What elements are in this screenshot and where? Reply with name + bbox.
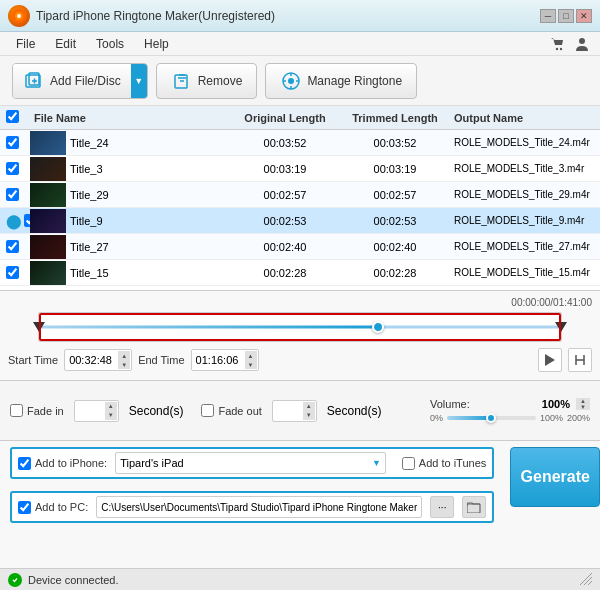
volume-slider[interactable] [447, 416, 536, 420]
manage-ringtone-label: Manage Ringtone [307, 74, 402, 88]
row-check-4[interactable]: ⬤ [0, 213, 30, 229]
end-time-field[interactable] [196, 354, 251, 366]
volume-down[interactable]: ▼ [576, 404, 590, 410]
timeline-time-display: 00:00:00/01:41:00 [8, 297, 592, 308]
iphone-device-dropdown[interactable]: Tipard's iPad ▼ [115, 452, 386, 474]
path-dots-button[interactable]: ··· [430, 496, 454, 518]
bottom-area: Add to iPhone: Tipard's iPad ▼ Add to iT… [0, 441, 600, 568]
table-row[interactable]: ⬤ Title_9 00:02:53 00:02:53 ROLE_MODELS_… [0, 208, 600, 234]
table-row[interactable]: Title_29 00:02:57 00:02:57 ROLE_MODELS_T… [0, 182, 600, 208]
fade-in-up[interactable]: ▲ [105, 402, 117, 411]
start-time-down[interactable]: ▼ [118, 360, 130, 369]
generate-button[interactable]: Generate [510, 447, 600, 507]
pc-path-display: C:\Users\User\Documents\Tipard Studio\Ti… [96, 496, 422, 518]
add-to-iphone-label[interactable]: Add to iPhone: [18, 457, 107, 470]
user-icon[interactable] [572, 34, 592, 54]
end-time-input[interactable]: ▲ ▼ [191, 349, 259, 371]
add-file-wrapper: Add File/Disc ▼ [12, 63, 148, 99]
row-check-2[interactable] [0, 162, 30, 175]
start-time-field[interactable] [69, 354, 124, 366]
add-to-itunes-label[interactable]: Add to iTunes [402, 457, 486, 470]
thumb-3 [30, 183, 66, 207]
slider-handle-left[interactable] [33, 322, 45, 332]
header-check[interactable] [0, 110, 30, 125]
fade-out-input[interactable]: ▲ ▼ [272, 400, 317, 422]
maximize-button[interactable]: □ [558, 9, 574, 23]
fade-out-unit: Second(s) [327, 404, 382, 418]
fade-out-checkbox-label[interactable]: Fade out [201, 404, 261, 417]
manage-ringtone-icon [280, 70, 302, 92]
remove-icon [171, 70, 193, 92]
fade-in-down[interactable]: ▼ [105, 411, 117, 420]
header-output: Output Name [450, 112, 600, 124]
svg-point-3 [560, 47, 562, 49]
row-check-3[interactable] [0, 188, 30, 201]
fade-in-input[interactable]: ▲ ▼ [74, 400, 119, 422]
menu-bar: File Edit Tools Help [0, 32, 600, 56]
thumb-6 [30, 261, 66, 285]
fade-out-checkbox[interactable] [201, 404, 214, 417]
end-time-up[interactable]: ▲ [245, 351, 257, 360]
timeline-slider[interactable] [38, 312, 562, 342]
app-title: Tipard iPhone Ringtone Maker(Unregistere… [36, 9, 540, 23]
start-time-input[interactable]: ▲ ▼ [64, 349, 132, 371]
add-file-button[interactable]: Add File/Disc [13, 64, 131, 98]
add-to-iphone-checkbox[interactable] [18, 457, 31, 470]
window-controls: ─ □ ✕ [540, 9, 592, 23]
row-check-6[interactable] [0, 266, 30, 279]
main-content: Add File/Disc ▼ Remove [0, 56, 600, 590]
menu-help[interactable]: Help [136, 35, 177, 53]
header-filename: File Name [30, 112, 230, 124]
minimize-button[interactable]: ─ [540, 9, 556, 23]
add-file-icon [23, 70, 45, 92]
fade-in-checkbox[interactable] [10, 404, 23, 417]
dropdown-arrow-icon: ▼ [372, 458, 381, 468]
table-row[interactable]: Title_3 00:03:19 00:03:19 ROLE_MODELS_Ti… [0, 156, 600, 182]
manage-ringtone-button[interactable]: Manage Ringtone [265, 63, 417, 99]
fade-out-down[interactable]: ▼ [303, 411, 315, 420]
add-to-pc-row: Add to PC: C:\Users\User\Documents\Tipar… [10, 491, 494, 523]
svg-point-14 [288, 78, 294, 84]
timeline-track [39, 326, 561, 329]
start-time-up[interactable]: ▲ [118, 351, 130, 360]
add-to-pc-checkbox[interactable] [18, 501, 31, 514]
svg-line-20 [588, 581, 592, 585]
menu-file[interactable]: File [8, 35, 43, 53]
fade-out-up[interactable]: ▲ [303, 402, 315, 411]
resize-handle[interactable] [580, 573, 592, 587]
svg-rect-16 [467, 504, 480, 513]
add-to-pc-text: Add to PC: [35, 501, 88, 513]
thumb-4 [30, 209, 66, 233]
svg-marker-15 [545, 354, 555, 366]
table-row[interactable]: Title_15 00:02:28 00:02:28 ROLE_MODELS_T… [0, 260, 600, 286]
volume-thumb[interactable] [486, 413, 496, 423]
add-file-dropdown-arrow[interactable]: ▼ [131, 64, 147, 98]
volume-slider-wrapper: 0% 100% 200% [430, 413, 590, 423]
browse-folder-button[interactable] [462, 496, 486, 518]
end-time-down[interactable]: ▼ [245, 360, 257, 369]
volume-value: 100% [542, 398, 570, 410]
row-check-1[interactable] [0, 136, 30, 149]
fade-out-label: Fade out [218, 405, 261, 417]
menu-edit[interactable]: Edit [47, 35, 84, 53]
status-bar: Device connected. [0, 568, 600, 590]
select-all-checkbox[interactable] [6, 110, 19, 123]
play-button[interactable] [538, 348, 562, 372]
slider-thumb[interactable] [372, 321, 384, 333]
title-bar: Tipard iPhone Ringtone Maker(Unregistere… [0, 0, 600, 32]
slider-handle-right[interactable] [555, 322, 567, 332]
close-button[interactable]: ✕ [576, 9, 592, 23]
row-check-5[interactable] [0, 240, 30, 253]
table-row[interactable]: Title_24 00:03:52 00:03:52 ROLE_MODELS_T… [0, 130, 600, 156]
cart-icon[interactable] [548, 34, 568, 54]
vol-mid-label: 100% [540, 413, 563, 423]
add-to-itunes-checkbox[interactable] [402, 457, 415, 470]
volume-spinners: ▲ ▼ [576, 398, 590, 410]
volume-label: Volume: [430, 398, 470, 410]
fade-in-checkbox-label[interactable]: Fade in [10, 404, 64, 417]
table-row[interactable]: Title_27 00:02:40 00:02:40 ROLE_MODELS_T… [0, 234, 600, 260]
remove-button[interactable]: Remove [156, 63, 258, 99]
bracket-button[interactable] [568, 348, 592, 372]
add-to-pc-label[interactable]: Add to PC: [18, 501, 88, 514]
menu-tools[interactable]: Tools [88, 35, 132, 53]
